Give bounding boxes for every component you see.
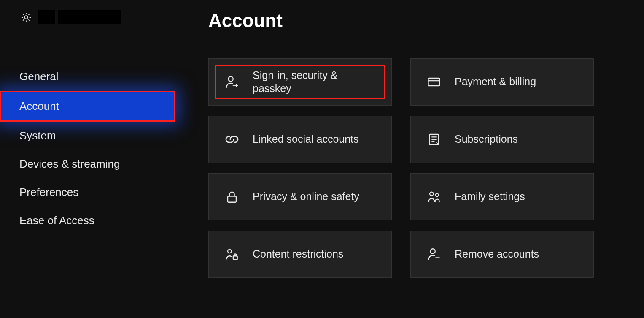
svg-rect-12 bbox=[233, 256, 237, 260]
svg-point-9 bbox=[430, 192, 434, 196]
tile-label: Privacy & online safety bbox=[253, 190, 359, 203]
link-icon bbox=[225, 132, 239, 147]
credit-card-icon bbox=[427, 75, 441, 89]
sidebar: General Account System Devices & streami… bbox=[0, 0, 175, 318]
sidebar-item-account[interactable]: Account bbox=[0, 91, 175, 122]
svg-point-0 bbox=[24, 16, 27, 19]
sidebar-item-general[interactable]: General bbox=[0, 63, 175, 91]
document-icon bbox=[427, 132, 441, 147]
svg-point-1 bbox=[229, 76, 233, 81]
tile-content-restrictions[interactable]: Content restrictions bbox=[208, 231, 392, 278]
svg-rect-2 bbox=[428, 78, 440, 86]
tile-remove-accounts[interactable]: Remove accounts bbox=[410, 231, 594, 278]
svg-point-13 bbox=[431, 249, 435, 253]
tile-label: Subscriptions bbox=[455, 133, 518, 146]
redacted-block bbox=[58, 10, 121, 24]
person-minus-icon bbox=[427, 247, 441, 261]
family-icon bbox=[427, 190, 441, 204]
redacted-block bbox=[38, 10, 55, 24]
tile-label: Remove accounts bbox=[455, 247, 539, 261]
person-arrow-icon bbox=[225, 75, 239, 89]
tile-grid: Sign-in, security & passkey Payment & bi… bbox=[208, 58, 644, 278]
tile-label: Payment & billing bbox=[455, 75, 536, 88]
lock-icon bbox=[225, 190, 239, 204]
sidebar-item-preferences[interactable]: Preferences bbox=[0, 178, 175, 207]
tile-signin-security-passkey[interactable]: Sign-in, security & passkey bbox=[208, 58, 392, 106]
main-content: Account Sign-in, security & passkey P bbox=[175, 0, 644, 318]
page-title: Account bbox=[208, 10, 644, 31]
tile-label: Linked social accounts bbox=[253, 133, 359, 146]
svg-rect-8 bbox=[228, 196, 236, 202]
tile-privacy-online-safety[interactable]: Privacy & online safety bbox=[208, 173, 392, 220]
tile-subscriptions[interactable]: Subscriptions bbox=[410, 116, 594, 163]
sidebar-nav: General Account System Devices & streami… bbox=[0, 63, 175, 235]
gear-icon bbox=[20, 11, 32, 23]
tile-label: Family settings bbox=[455, 190, 525, 203]
tile-payment-billing[interactable]: Payment & billing bbox=[410, 58, 594, 106]
sidebar-header bbox=[0, 10, 175, 24]
people-lock-icon bbox=[225, 247, 239, 261]
tile-label: Sign-in, security & passkey bbox=[253, 69, 379, 95]
tile-linked-social-accounts[interactable]: Linked social accounts bbox=[208, 116, 392, 163]
svg-point-10 bbox=[436, 193, 439, 196]
sidebar-item-devices-streaming[interactable]: Devices & streaming bbox=[0, 150, 175, 178]
sidebar-item-system[interactable]: System bbox=[0, 122, 175, 150]
svg-point-11 bbox=[228, 250, 232, 253]
sidebar-item-ease-of-access[interactable]: Ease of Access bbox=[0, 207, 175, 235]
tile-label: Content restrictions bbox=[253, 247, 343, 261]
tile-family-settings[interactable]: Family settings bbox=[410, 173, 594, 220]
